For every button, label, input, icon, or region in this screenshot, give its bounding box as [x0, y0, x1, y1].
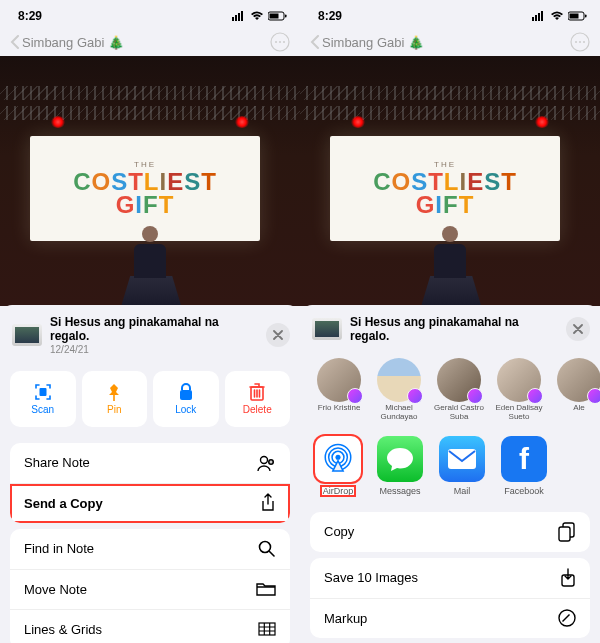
note-photo: THE COSTLIESTGIFT — [0, 56, 300, 306]
chevron-left-icon — [10, 35, 20, 49]
messages-app[interactable]: Messages — [374, 436, 426, 496]
apps-row[interactable]: AirDrop Messages Mail f Facebook — [300, 426, 600, 506]
note-thumb — [12, 324, 42, 346]
svg-rect-6 — [285, 15, 287, 18]
svg-rect-20 — [535, 15, 537, 21]
mail-icon — [439, 436, 485, 482]
scan-icon — [33, 382, 53, 402]
mail-app[interactable]: Mail — [436, 436, 488, 496]
close-icon — [573, 324, 583, 334]
svg-rect-24 — [570, 14, 579, 19]
phone-right: 8:29 Simbang Gabi 🎄 THE COSTLIESTGIFT Si… — [300, 0, 600, 643]
facebook-icon: f — [501, 436, 547, 482]
svg-point-17 — [260, 541, 271, 552]
battery-icon — [568, 11, 588, 21]
messenger-badge-icon — [407, 388, 423, 404]
svg-point-27 — [575, 41, 577, 43]
phone-left: 8:29 Simbang Gabi 🎄 THE COSTLIESTGIFT Si… — [0, 0, 300, 643]
download-icon — [560, 568, 576, 588]
nav-bar: Simbang Gabi 🎄 — [300, 28, 600, 56]
save-images-item[interactable]: Save 10 Images — [310, 558, 590, 598]
delete-button[interactable]: Delete — [225, 371, 291, 427]
share-icon — [260, 493, 276, 513]
svg-rect-21 — [538, 13, 540, 21]
svg-rect-0 — [232, 17, 234, 21]
move-note-item[interactable]: Move Note — [10, 569, 290, 609]
search-icon — [258, 540, 276, 558]
contacts-row[interactable]: Frio Kristine Michael Gundayao Gerald Ca… — [300, 354, 600, 426]
messages-icon — [377, 436, 423, 482]
svg-point-29 — [583, 41, 585, 43]
svg-rect-36 — [559, 527, 570, 541]
lock-button[interactable]: Lock — [153, 371, 219, 427]
sheet-title: Si Hesus ang pinakamahal na regalo. — [50, 315, 258, 344]
svg-point-8 — [275, 41, 277, 43]
contact-item[interactable]: Ale — [552, 358, 600, 422]
menu-label: Send a Copy — [24, 496, 103, 511]
menu-label: Find in Note — [24, 541, 94, 556]
signal-icon — [532, 11, 546, 21]
signal-icon — [232, 11, 246, 21]
nav-bar: Simbang Gabi 🎄 — [0, 28, 300, 56]
contact-item[interactable]: Michael Gundayao — [372, 358, 426, 422]
svg-rect-3 — [241, 11, 243, 21]
note-photo: THE COSTLIESTGIFT — [300, 56, 600, 306]
contact-item[interactable]: Eden Dalisay Sueto — [492, 358, 546, 422]
collaborate-icon — [256, 454, 276, 472]
more-icon[interactable] — [270, 32, 290, 52]
share-sheet: Si Hesus ang pinakamahal na regalo. Frio… — [300, 305, 600, 643]
svg-point-9 — [279, 41, 281, 43]
find-in-note-item[interactable]: Find in Note — [10, 529, 290, 569]
svg-point-10 — [283, 41, 285, 43]
menu-label: Move Note — [24, 582, 87, 597]
lock-label: Lock — [175, 404, 196, 415]
grid-icon — [258, 622, 276, 636]
copy-item[interactable]: Copy — [310, 512, 590, 552]
contact-item[interactable]: Gerald Castro Suba — [432, 358, 486, 422]
trash-icon — [249, 382, 265, 402]
menu-label: Lines & Grids — [24, 622, 102, 637]
svg-point-15 — [261, 456, 268, 463]
pin-label: Pin — [107, 404, 121, 415]
markup-icon — [558, 609, 576, 627]
back-label: Simbang Gabi 🎄 — [22, 35, 124, 50]
folder-icon — [256, 581, 276, 597]
screen-bigtext: COSTLIESTGIFT — [373, 171, 517, 217]
screen-bigtext: COSTLIESTGIFT — [73, 171, 217, 217]
send-copy-item[interactable]: Send a Copy — [10, 483, 290, 523]
more-icon[interactable] — [570, 32, 590, 52]
menu-label: Share Note — [24, 455, 90, 470]
menu-label: Markup — [324, 611, 367, 626]
menu-label: Save 10 Images — [324, 570, 418, 585]
close-button[interactable] — [266, 323, 290, 347]
back-button[interactable]: Simbang Gabi 🎄 — [310, 35, 424, 50]
facebook-app[interactable]: f Facebook — [498, 436, 550, 496]
lines-grids-item[interactable]: Lines & Grids — [10, 609, 290, 643]
status-time: 8:29 — [18, 9, 42, 23]
messenger-badge-icon — [347, 388, 363, 404]
delete-label: Delete — [243, 404, 272, 415]
svg-rect-2 — [238, 13, 240, 21]
svg-rect-25 — [585, 15, 587, 18]
share-note-item[interactable]: Share Note — [10, 443, 290, 483]
svg-rect-19 — [532, 17, 534, 21]
lock-icon — [178, 382, 194, 402]
messenger-badge-icon — [587, 388, 600, 404]
pin-button[interactable]: Pin — [82, 371, 148, 427]
svg-rect-12 — [113, 395, 115, 401]
scan-button[interactable]: Scan — [10, 371, 76, 427]
wifi-icon — [250, 11, 264, 21]
contact-item[interactable]: Frio Kristine — [312, 358, 366, 422]
sheet-title: Si Hesus ang pinakamahal na regalo. — [350, 315, 558, 344]
battery-icon — [268, 11, 288, 21]
status-bar: 8:29 — [0, 0, 300, 28]
close-button[interactable] — [566, 317, 590, 341]
markup-item[interactable]: Markup — [310, 598, 590, 638]
airdrop-app[interactable]: AirDrop — [312, 436, 364, 496]
messenger-badge-icon — [527, 388, 543, 404]
svg-rect-13 — [180, 390, 192, 400]
messenger-badge-icon — [467, 388, 483, 404]
back-button[interactable]: Simbang Gabi 🎄 — [10, 35, 124, 50]
status-icons — [532, 11, 588, 21]
svg-rect-34 — [448, 449, 476, 469]
